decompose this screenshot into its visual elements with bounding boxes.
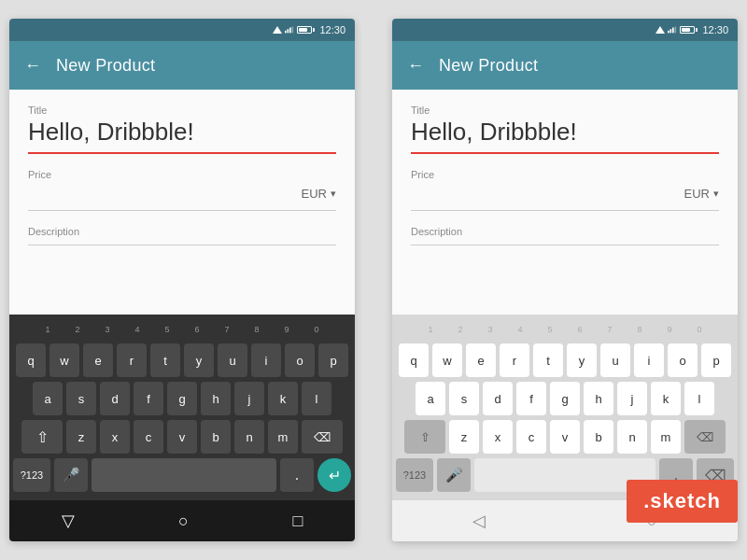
key-num-9[interactable]: 9 (273, 320, 301, 339)
key-v-light[interactable]: v (550, 420, 580, 454)
key-num-0-light[interactable]: 0 (685, 320, 713, 339)
key-e[interactable]: e (83, 343, 113, 377)
key-z-light[interactable]: z (449, 420, 479, 454)
price-value[interactable] (28, 184, 294, 203)
key-mic-light[interactable]: 🎤 (437, 458, 471, 492)
key-num-9-light[interactable]: 9 (655, 320, 684, 339)
key-d[interactable]: d (100, 382, 130, 415)
key-c-light[interactable]: c (516, 420, 546, 454)
key-b-light[interactable]: b (584, 420, 613, 454)
key-l[interactable]: l (302, 382, 331, 415)
title-value-light[interactable]: Hello, Dribbble! (411, 118, 719, 150)
key-num-7[interactable]: 7 (213, 320, 241, 339)
key-space-dark[interactable] (92, 458, 276, 492)
key-num-6-light[interactable]: 6 (566, 320, 594, 339)
key-q[interactable]: q (16, 343, 46, 377)
key-i-light[interactable]: i (634, 343, 664, 377)
key-o[interactable]: o (285, 343, 315, 377)
key-j[interactable]: j (234, 382, 264, 415)
key-f[interactable]: f (134, 382, 163, 415)
currency-dropdown-arrow[interactable]: ▾ (331, 188, 336, 200)
key-r-light[interactable]: r (500, 343, 529, 377)
key-t-light[interactable]: t (533, 343, 563, 377)
key-l-light[interactable]: l (684, 382, 714, 415)
key-h[interactable]: h (201, 382, 231, 415)
key-i[interactable]: i (251, 343, 281, 377)
key-num-0[interactable]: 0 (303, 320, 331, 339)
key-j-light[interactable]: j (617, 382, 647, 415)
key-p[interactable]: p (318, 343, 348, 377)
key-a-light[interactable]: a (416, 382, 445, 415)
key-h-light[interactable]: h (584, 382, 613, 415)
key-m[interactable]: m (268, 420, 298, 454)
back-button-light[interactable]: ← (407, 56, 424, 76)
key-u[interactable]: u (218, 343, 247, 377)
currency-wrapper[interactable]: EUR ▾ (302, 187, 336, 203)
key-m-light[interactable]: m (651, 420, 681, 454)
key-num-3-light[interactable]: 3 (476, 320, 504, 339)
key-t[interactable]: t (150, 343, 180, 377)
key-delete-dark[interactable]: ⌫ (302, 420, 343, 454)
key-s[interactable]: s (66, 382, 96, 415)
key-p-light[interactable]: p (701, 343, 731, 377)
key-num-2[interactable]: 2 (63, 320, 92, 339)
key-symbols-light[interactable]: ?123 (396, 458, 433, 492)
key-shift-dark[interactable]: ⇧ (21, 420, 63, 454)
key-n[interactable]: n (234, 420, 264, 454)
key-num-5[interactable]: 5 (153, 320, 181, 339)
key-num-6[interactable]: 6 (183, 320, 211, 339)
key-num-3[interactable]: 3 (93, 320, 121, 339)
key-symbols-dark[interactable]: ?123 (13, 458, 50, 492)
key-y[interactable]: y (184, 343, 214, 377)
key-b[interactable]: b (201, 420, 231, 454)
status-bar-dark: 12:30 (9, 19, 355, 41)
key-shift-light[interactable]: ⇧ (404, 420, 445, 454)
key-w-light[interactable]: w (432, 343, 462, 377)
key-x[interactable]: x (100, 420, 130, 454)
key-num-2-light[interactable]: 2 (446, 320, 474, 339)
key-g[interactable]: g (167, 382, 197, 415)
key-r[interactable]: r (117, 343, 147, 377)
key-mic-dark[interactable]: 🎤 (54, 458, 88, 492)
key-v[interactable]: v (167, 420, 197, 454)
key-num-5-light[interactable]: 5 (536, 320, 564, 339)
key-period-dark[interactable]: . (280, 458, 314, 492)
key-delete-light[interactable]: ⌫ (684, 420, 726, 454)
key-u-light[interactable]: u (600, 343, 630, 377)
key-o-light[interactable]: o (668, 343, 698, 377)
key-f-light[interactable]: f (516, 382, 546, 415)
key-num-1-light[interactable]: 1 (416, 320, 444, 339)
key-num-7-light[interactable]: 7 (596, 320, 624, 339)
key-d-light[interactable]: d (483, 382, 513, 415)
nav-back-light[interactable]: ◁ (472, 511, 486, 531)
key-enter-dark[interactable]: ↵ (317, 458, 351, 492)
nav-recent-dark[interactable]: □ (292, 511, 303, 531)
key-n-light[interactable]: n (617, 420, 647, 454)
num-row-dark: 1 2 3 4 5 6 7 8 9 0 (13, 320, 351, 339)
key-a[interactable]: a (33, 382, 63, 415)
key-z[interactable]: z (66, 420, 96, 454)
key-num-8[interactable]: 8 (243, 320, 271, 339)
key-num-8-light[interactable]: 8 (626, 320, 654, 339)
key-c[interactable]: c (134, 420, 163, 454)
key-k-light[interactable]: k (651, 382, 681, 415)
nav-back-dark[interactable]: ▽ (62, 511, 75, 531)
key-num-4-light[interactable]: 4 (506, 320, 534, 339)
key-e-light[interactable]: e (466, 343, 496, 377)
nav-home-dark[interactable]: ○ (178, 511, 189, 531)
key-w[interactable]: w (49, 343, 79, 377)
key-x-light[interactable]: x (483, 420, 513, 454)
price-underline-light (411, 210, 719, 211)
key-g-light[interactable]: g (550, 382, 580, 415)
key-num-4[interactable]: 4 (123, 320, 151, 339)
key-k[interactable]: k (268, 382, 298, 415)
price-value-light[interactable] (411, 184, 677, 203)
currency-dropdown-arrow-light[interactable]: ▾ (713, 188, 719, 200)
title-value[interactable]: Hello, Dribbble! (28, 118, 336, 150)
back-button-dark[interactable]: ← (24, 56, 41, 76)
key-num-1[interactable]: 1 (34, 320, 62, 339)
key-s-light[interactable]: s (449, 382, 479, 415)
key-q-light[interactable]: q (399, 343, 429, 377)
key-y-light[interactable]: y (567, 343, 597, 377)
currency-wrapper-light[interactable]: EUR ▾ (684, 187, 719, 203)
